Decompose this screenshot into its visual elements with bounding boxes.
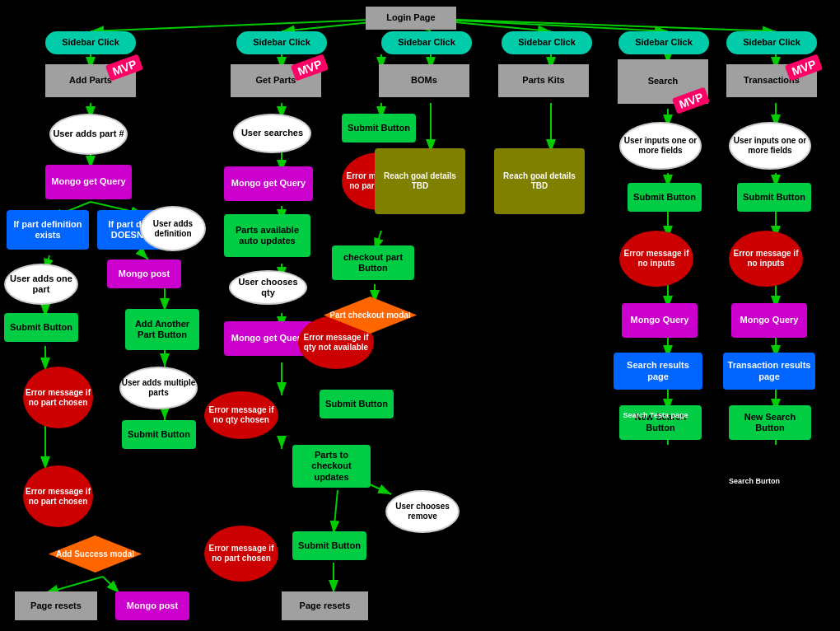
user-inputs-search: User inputs one or more fields (619, 122, 702, 170)
parts-to-checkout: Parts to checkout updates (292, 445, 371, 488)
sidebar-click-2: Sidebar Click (236, 31, 327, 54)
svg-line-19 (103, 577, 119, 593)
submit-button-1: Submit Button (4, 313, 78, 342)
submit-button-2: Submit Button (122, 420, 196, 449)
checkout-part-button: checkout part Button (332, 245, 414, 280)
svg-line-6 (411, 18, 776, 31)
mongo-get-query-2: Mongo get Query (224, 166, 313, 201)
sidebar-click-5: Sidebar Click (618, 31, 709, 54)
sidebar-click-6: Sidebar Click (726, 31, 817, 54)
parts-available-auto: Parts available auto updates (224, 214, 310, 257)
user-chooses-remove: User chooses remove (385, 490, 460, 533)
page-resets-1: Page resets (15, 591, 97, 620)
new-search-button-trans: New Search Button (729, 405, 811, 440)
user-searches: User searches (233, 114, 311, 153)
mongo-query-trans: Mongo Query (731, 303, 807, 338)
mongo-query-search: Mongo Query (622, 303, 698, 338)
sidebar-click-4: Sidebar Click (502, 31, 592, 54)
sidebar-click-3: Sidebar Click (381, 31, 472, 54)
submit-button-3: Submit Button (320, 390, 394, 418)
svg-line-1 (91, 18, 411, 31)
error-no-qty: Error message if no qty chosen (204, 391, 278, 439)
trans-results-page: Transaction results page (723, 353, 815, 390)
reach-goal-boms: Reach goal details TBD (375, 148, 465, 214)
search-testa-label: Search Testa page (623, 389, 688, 442)
error-no-part-1: Error message if no part chosen (23, 367, 93, 428)
svg-line-32 (334, 490, 338, 534)
if-part-def-exists: If part definition exists (7, 210, 89, 250)
search-results-page: Search results page (614, 353, 702, 390)
parts-kits-header: Parts Kits (498, 64, 589, 97)
mongo-get-query-1: Mongo get Query (45, 165, 132, 199)
user-adds-part: User adds part # (49, 114, 128, 155)
error-no-inputs-search: Error message if no inputs (619, 231, 693, 287)
submit-button-5: Submit Button (342, 114, 416, 143)
add-success-modal: Add Success modal (40, 535, 151, 573)
user-adds-definition: User adds definition (140, 206, 206, 251)
sidebar-click-1: Sidebar Click (45, 31, 136, 54)
submit-button-search: Submit Button (628, 183, 702, 212)
login-page-node: Login Page (366, 7, 456, 30)
mongo-post-1: Mongo post (107, 259, 181, 288)
submit-button-trans: Submit Button (737, 183, 811, 212)
search-burton-label: Search Burton (721, 455, 787, 508)
reach-goal-kits: Reach goal details TBD (494, 148, 585, 214)
flowchart: Login Page Sidebar Click Sidebar Click S… (0, 0, 840, 631)
page-resets-2: Page resets (282, 591, 368, 620)
boms-header: BOMs (379, 64, 469, 97)
mongo-post-2: Mongo post (115, 591, 189, 620)
user-chooses-qty: User chooses qty (229, 270, 307, 305)
user-inputs-trans: User inputs one or more fields (729, 122, 811, 170)
user-adds-multiple: User adds multiple parts (119, 367, 198, 409)
submit-button-4: Submit Button (292, 531, 366, 560)
error-no-inputs-trans: Error message if no inputs (729, 231, 803, 287)
svg-line-18 (45, 577, 103, 593)
error-no-part-2: Error message if no part chosen (23, 465, 93, 527)
user-adds-one-part: User adds one part (4, 264, 78, 305)
error-no-part-3: Error message if no part chosen (204, 526, 278, 582)
add-another-part-button: Add Another Part Button (125, 309, 199, 350)
